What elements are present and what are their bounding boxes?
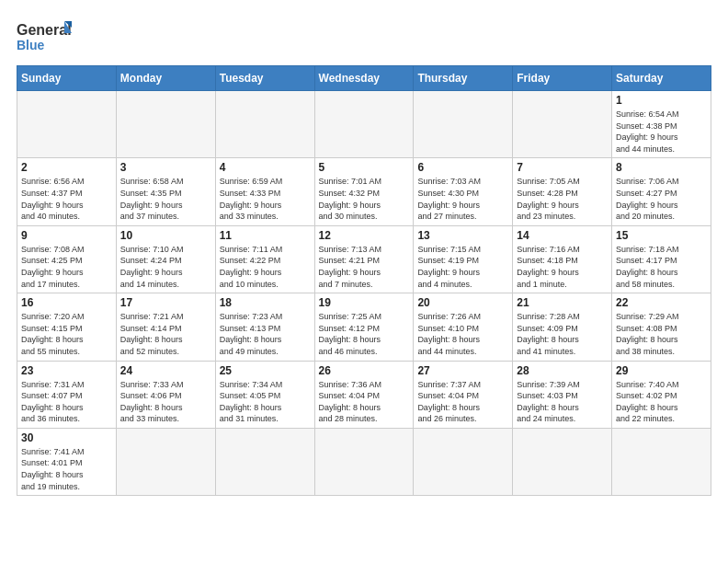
day-number: 5 bbox=[319, 161, 410, 174]
calendar-day: 30Sunrise: 7:41 AM Sunset: 4:01 PM Dayli… bbox=[17, 428, 117, 495]
day-number: 21 bbox=[517, 296, 608, 309]
calendar-day: 1Sunrise: 6:54 AM Sunset: 4:38 PM Daylig… bbox=[612, 91, 711, 158]
day-info: Sunrise: 7:37 AM Sunset: 4:04 PM Dayligh… bbox=[417, 379, 508, 425]
day-info: Sunrise: 7:13 AM Sunset: 4:21 PM Dayligh… bbox=[319, 244, 410, 290]
day-info: Sunrise: 7:40 AM Sunset: 4:02 PM Dayligh… bbox=[616, 379, 707, 425]
day-number: 26 bbox=[319, 364, 410, 377]
calendar-day: 12Sunrise: 7:13 AM Sunset: 4:21 PM Dayli… bbox=[314, 225, 414, 293]
svg-text:Blue: Blue bbox=[17, 38, 45, 52]
calendar-day: 4Sunrise: 6:59 AM Sunset: 4:33 PM Daylig… bbox=[215, 158, 314, 225]
day-number: 10 bbox=[120, 229, 211, 242]
day-number: 15 bbox=[616, 229, 707, 242]
day-info: Sunrise: 7:26 AM Sunset: 4:10 PM Dayligh… bbox=[417, 311, 508, 357]
day-info: Sunrise: 7:39 AM Sunset: 4:03 PM Dayligh… bbox=[517, 379, 608, 425]
calendar-table: Sunday Monday Tuesday Wednesday Thursday… bbox=[17, 65, 711, 496]
calendar-day: 26Sunrise: 7:36 AM Sunset: 4:04 PM Dayli… bbox=[314, 361, 414, 428]
day-number: 16 bbox=[21, 296, 112, 309]
day-info: Sunrise: 7:36 AM Sunset: 4:04 PM Dayligh… bbox=[319, 379, 410, 425]
day-info: Sunrise: 7:20 AM Sunset: 4:15 PM Dayligh… bbox=[21, 311, 112, 357]
day-info: Sunrise: 6:56 AM Sunset: 4:37 PM Dayligh… bbox=[21, 176, 112, 222]
day-number: 12 bbox=[319, 229, 410, 242]
page: General Blue Sunday Monday Tuesday Wedne… bbox=[0, 0, 728, 563]
calendar-day bbox=[116, 428, 215, 495]
logo-svg: General Blue bbox=[17, 17, 72, 58]
calendar-day bbox=[513, 91, 612, 158]
day-number: 3 bbox=[120, 161, 211, 174]
day-info: Sunrise: 7:33 AM Sunset: 4:06 PM Dayligh… bbox=[120, 379, 211, 425]
day-number: 1 bbox=[616, 94, 707, 107]
day-number: 2 bbox=[21, 161, 112, 174]
calendar-day bbox=[612, 428, 711, 495]
day-number: 8 bbox=[616, 161, 707, 174]
calendar-day: 9Sunrise: 7:08 AM Sunset: 4:25 PM Daylig… bbox=[17, 225, 117, 293]
day-number: 30 bbox=[21, 431, 112, 444]
day-number: 27 bbox=[417, 364, 508, 377]
day-number: 25 bbox=[220, 364, 311, 377]
day-number: 22 bbox=[616, 296, 707, 309]
day-info: Sunrise: 7:34 AM Sunset: 4:05 PM Dayligh… bbox=[220, 379, 311, 425]
day-info: Sunrise: 7:16 AM Sunset: 4:18 PM Dayligh… bbox=[517, 244, 608, 290]
calendar-day: 28Sunrise: 7:39 AM Sunset: 4:03 PM Dayli… bbox=[513, 361, 612, 428]
day-info: Sunrise: 7:01 AM Sunset: 4:32 PM Dayligh… bbox=[319, 176, 410, 222]
calendar-day: 16Sunrise: 7:20 AM Sunset: 4:15 PM Dayli… bbox=[17, 293, 117, 361]
calendar-day: 20Sunrise: 7:26 AM Sunset: 4:10 PM Dayli… bbox=[414, 293, 513, 361]
day-number: 4 bbox=[220, 161, 311, 174]
day-info: Sunrise: 7:28 AM Sunset: 4:09 PM Dayligh… bbox=[517, 311, 608, 357]
calendar-day bbox=[414, 91, 513, 158]
calendar-day: 14Sunrise: 7:16 AM Sunset: 4:18 PM Dayli… bbox=[513, 225, 612, 293]
calendar-day: 10Sunrise: 7:10 AM Sunset: 4:24 PM Dayli… bbox=[116, 225, 215, 293]
day-info: Sunrise: 7:06 AM Sunset: 4:27 PM Dayligh… bbox=[616, 176, 707, 222]
day-info: Sunrise: 7:18 AM Sunset: 4:17 PM Dayligh… bbox=[616, 244, 707, 290]
day-number: 11 bbox=[220, 229, 311, 242]
calendar-day bbox=[314, 91, 414, 158]
calendar-day: 3Sunrise: 6:58 AM Sunset: 4:35 PM Daylig… bbox=[116, 158, 215, 225]
calendar-day bbox=[414, 428, 513, 495]
day-info: Sunrise: 7:21 AM Sunset: 4:14 PM Dayligh… bbox=[120, 311, 211, 357]
day-number: 23 bbox=[21, 364, 112, 377]
calendar-day: 29Sunrise: 7:40 AM Sunset: 4:02 PM Dayli… bbox=[612, 361, 711, 428]
calendar-day: 24Sunrise: 7:33 AM Sunset: 4:06 PM Dayli… bbox=[116, 361, 215, 428]
calendar-day: 11Sunrise: 7:11 AM Sunset: 4:22 PM Dayli… bbox=[215, 225, 314, 293]
day-info: Sunrise: 7:25 AM Sunset: 4:12 PM Dayligh… bbox=[319, 311, 410, 357]
calendar-day: 21Sunrise: 7:28 AM Sunset: 4:09 PM Dayli… bbox=[513, 293, 612, 361]
header-sunday: Sunday bbox=[17, 66, 117, 91]
day-number: 29 bbox=[616, 364, 707, 377]
day-info: Sunrise: 7:08 AM Sunset: 4:25 PM Dayligh… bbox=[21, 244, 112, 290]
day-info: Sunrise: 6:54 AM Sunset: 4:38 PM Dayligh… bbox=[616, 109, 707, 155]
calendar-day bbox=[215, 428, 314, 495]
calendar-day: 15Sunrise: 7:18 AM Sunset: 4:17 PM Dayli… bbox=[612, 225, 711, 293]
day-number: 6 bbox=[417, 161, 508, 174]
day-number: 7 bbox=[517, 161, 608, 174]
day-number: 20 bbox=[417, 296, 508, 309]
header: General Blue bbox=[17, 17, 711, 58]
day-info: Sunrise: 7:05 AM Sunset: 4:28 PM Dayligh… bbox=[517, 176, 608, 222]
header-saturday: Saturday bbox=[612, 66, 711, 91]
day-info: Sunrise: 6:59 AM Sunset: 4:33 PM Dayligh… bbox=[220, 176, 311, 222]
day-number: 19 bbox=[319, 296, 410, 309]
calendar-day: 17Sunrise: 7:21 AM Sunset: 4:14 PM Dayli… bbox=[116, 293, 215, 361]
day-info: Sunrise: 7:15 AM Sunset: 4:19 PM Dayligh… bbox=[417, 244, 508, 290]
header-thursday: Thursday bbox=[414, 66, 513, 91]
day-info: Sunrise: 7:23 AM Sunset: 4:13 PM Dayligh… bbox=[220, 311, 311, 357]
calendar-day: 6Sunrise: 7:03 AM Sunset: 4:30 PM Daylig… bbox=[414, 158, 513, 225]
day-number: 14 bbox=[517, 229, 608, 242]
calendar-day bbox=[215, 91, 314, 158]
day-info: Sunrise: 7:31 AM Sunset: 4:07 PM Dayligh… bbox=[21, 379, 112, 425]
day-number: 9 bbox=[21, 229, 112, 242]
header-monday: Monday bbox=[116, 66, 215, 91]
day-info: Sunrise: 7:03 AM Sunset: 4:30 PM Dayligh… bbox=[417, 176, 508, 222]
calendar-day bbox=[116, 91, 215, 158]
calendar-day: 7Sunrise: 7:05 AM Sunset: 4:28 PM Daylig… bbox=[513, 158, 612, 225]
calendar-day: 18Sunrise: 7:23 AM Sunset: 4:13 PM Dayli… bbox=[215, 293, 314, 361]
day-info: Sunrise: 7:41 AM Sunset: 4:01 PM Dayligh… bbox=[21, 446, 112, 492]
day-number: 24 bbox=[120, 364, 211, 377]
calendar-day bbox=[314, 428, 414, 495]
calendar-day bbox=[513, 428, 612, 495]
calendar-day: 23Sunrise: 7:31 AM Sunset: 4:07 PM Dayli… bbox=[17, 361, 117, 428]
calendar-day: 5Sunrise: 7:01 AM Sunset: 4:32 PM Daylig… bbox=[314, 158, 414, 225]
header-friday: Friday bbox=[513, 66, 612, 91]
logo: General Blue bbox=[17, 17, 72, 58]
calendar-day: 25Sunrise: 7:34 AM Sunset: 4:05 PM Dayli… bbox=[215, 361, 314, 428]
calendar-day: 2Sunrise: 6:56 AM Sunset: 4:37 PM Daylig… bbox=[17, 158, 117, 225]
weekday-header-row: Sunday Monday Tuesday Wednesday Thursday… bbox=[17, 66, 711, 91]
